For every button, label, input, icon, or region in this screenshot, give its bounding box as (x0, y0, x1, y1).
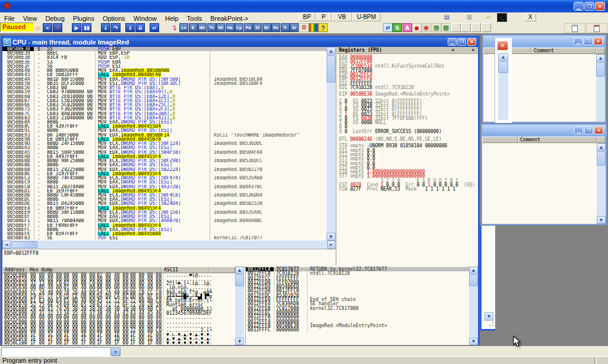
register-line[interactable]: FCW 027F Prec NEAR,53 Mask 1 1 1 1 1 1 (339, 187, 478, 191)
cpu-window-titlebar[interactable]: C CPU - main thread, module ImageRed ▁ ❐… (2, 37, 478, 47)
pane-button-th[interactable]: Th (207, 23, 216, 32)
help-icon[interactable]: ? (318, 23, 328, 32)
pane-button-st[interactable]: St (253, 23, 262, 32)
disasm-row[interactable]: 0050BECB.8B15 20374A00MOV EDX,DWORD PTR … (2, 185, 327, 189)
pane-button-sr[interactable]: Sr (290, 23, 299, 32)
close-button[interactable]: ✕ (595, 2, 605, 11)
comment-window-bottom-titlebar[interactable]: ▁ ❐ ✕ (482, 125, 606, 137)
breakpoint-dot-icon[interactable]: ● (412, 23, 422, 32)
minimize-button[interactable]: ▁ (448, 38, 457, 46)
restart-icon[interactable]: « (43, 23, 52, 32)
blank-button-2[interactable] (461, 23, 471, 32)
disasm-vertical-scrollbar[interactable]: ▲ ▼ (327, 47, 335, 240)
tiles-icon[interactable]: ▩ (441, 23, 451, 32)
disasm-row[interactable]: 0050BE91.8B06MOV EAX,DWORD PTR DS:[ESI] (2, 128, 327, 132)
assemble-icon[interactable]: A (403, 23, 412, 32)
trace-over-icon[interactable]: ⇊ (135, 23, 145, 32)
disasm-row[interactable]: 0050BE6E.C683 5C020000 00MOV BYTE PTR DS… (2, 103, 327, 107)
scroll-down-button[interactable]: ▼ (235, 338, 244, 345)
disasm-row[interactable]: 0050BE3F.56PUSH ESI (2, 64, 327, 68)
disasm-row[interactable]: 0050BEDC.8B06MOV EAX,DWORD PTR DS:[ESI] (2, 197, 327, 201)
command-input[interactable] (2, 349, 112, 356)
scroll-up-button[interactable]: ▲ (327, 47, 335, 55)
disasm-row[interactable]: 0050BEC3.8B0D 74F45000MOV ECX,DWORD PTR … (2, 176, 327, 180)
disasm-row[interactable]: 0050BE4A.8B1D 88F55000MOV EBX,DWORD PTR … (2, 77, 327, 81)
disasm-row[interactable]: 0050BEB6.8B06MOV EAX,DWORD PTR DS:[ESI] (2, 163, 327, 167)
marks-button[interactable] (586, 23, 607, 33)
plugin-button-bp[interactable]: BP (299, 12, 315, 21)
pane-button-re[interactable]: Re (271, 23, 280, 32)
appearance-icon[interactable] (309, 23, 318, 32)
disasm-row[interactable]: 0050BEF1.8B15 70A84A00MOV EDX,DWORD PTR … (2, 219, 327, 223)
chevron-down-icon[interactable]: ▼ (110, 348, 120, 356)
pane-button-ha[interactable]: Ha (226, 23, 235, 32)
open-icon[interactable]: ▱ (33, 23, 43, 32)
close-icon[interactable]: ✕ (497, 41, 508, 50)
dump-vertical-scrollbar[interactable]: ▲ ▼ (235, 267, 244, 345)
disasm-row[interactable]: 0050BE7C.C683 8A030000 00MOV BYTE PTR DS… (2, 112, 327, 116)
disasm-row[interactable]: 0050BE3B.83C4 F0ADD ESP,-10 (2, 55, 327, 59)
disasm-row[interactable]: 0050BEE9.8B0D 58F15000MOV ECX,DWORD PTR … (2, 210, 327, 214)
scroll-up-button[interactable]: ▲ (498, 53, 508, 61)
scroll-up-button[interactable]: ▲ (596, 54, 605, 62)
scrollbar[interactable]: ▲ (498, 53, 508, 120)
disasm-row[interactable]: 0050BE67.C683 C5010000 00MOV BYTE PTR DS… (2, 99, 327, 103)
register-line[interactable]: T 0 GS 0000 NULL (339, 121, 478, 125)
run-trace-icon[interactable]: ⇅ (392, 23, 402, 32)
disasm-row[interactable]: 0050BEE4.E8 0B97F8FFCALL ImageRed.004955… (2, 206, 327, 210)
pane-button-pa[interactable]: Pa (244, 23, 253, 32)
scroll-down-button[interactable]: ▼ (597, 216, 606, 224)
scrollbar[interactable]: ▲ ▼ (597, 143, 606, 224)
patches-icon[interactable]: ▦ (432, 23, 441, 32)
trace-into-icon[interactable]: ⇓ (125, 23, 135, 32)
close-icon[interactable]: ✕ (467, 38, 476, 46)
pane-button-e[interactable]: E (189, 23, 198, 32)
disasm-row[interactable]: 0050BE59.C683 97000000 00MOV BYTE PTR DS… (2, 90, 327, 94)
document-blue-icon[interactable]: ▤ (442, 13, 451, 21)
play-icon[interactable]: ▶ (72, 23, 81, 32)
disasm-row[interactable]: 0050BE40.B8 B0BA5000MOV EAX,ImageRed.005… (2, 68, 327, 72)
disasm-row[interactable]: 0050BEA3.8B06MOV EAX,DWORD PTR DS:[ESI] (2, 145, 327, 150)
console-icon[interactable]: ›_ (497, 13, 507, 22)
disasm-row[interactable]: 0050BE45.E8 56B1EFFFCALL ImageRed.00406F… (2, 72, 327, 77)
disasm-row[interactable]: 0050BF03.5EPOP ESIkernel32.7C817077 (2, 236, 327, 240)
scroll-thumb[interactable] (597, 151, 606, 166)
disasm-row[interactable]: 0050BEF7.E8 F896F8FFCALL ImageRed.004955… (2, 223, 327, 227)
disasm-row[interactable]: 0050BED1.E8 1E97F8FFCALL ImageRed.004955… (2, 189, 327, 193)
disasm-row[interactable]: 0050BE9D.8B0D 24F15000MOV ECX,DWORD PTR … (2, 141, 327, 145)
pane-button-cp[interactable]: Cp (235, 23, 243, 32)
close-icon[interactable]: ✕ (594, 37, 603, 45)
maximize-button[interactable]: ❐ (457, 38, 466, 46)
notes-button[interactable] (564, 23, 585, 33)
scroll-left-button[interactable]: ◄ (2, 240, 11, 249)
disasm-row[interactable]: 0050BE8C.E8 4397F8FFCALL ImageRed.004955… (2, 124, 327, 128)
scroll-up-button[interactable]: ▲ (597, 143, 606, 151)
plugin-button-vb[interactable]: VB (332, 12, 352, 21)
disasm-row[interactable]: 0050BEEF.8B06MOV EAX,DWORD PTR DS:[ESI] (2, 214, 327, 219)
maximize-button[interactable]: ❐ (584, 2, 594, 11)
execute-till-return-icon[interactable]: ↵ (150, 23, 159, 32)
disasm-row[interactable]: 0050BEC9.8B06MOV EAX,DWORD PTR DS:[ESI] (2, 180, 327, 184)
disasm-row[interactable]: 0050BE39.8BECMOV EBP,ESP (2, 51, 327, 55)
command-combobox[interactable]: ▼ (1, 347, 121, 356)
disasm-row[interactable]: 0050BE75.C683 F3020000 00MOV BYTE PTR DS… (2, 107, 327, 111)
maximize-button[interactable]: ❐ (584, 126, 593, 134)
disasm-row[interactable]: 0050BE83.C683 21040000 00MOV BYTE PTR DS… (2, 116, 327, 120)
step-over-icon[interactable]: ↷ (111, 23, 121, 32)
disasm-row[interactable]: 0050BE98.E8 DB91F8FFCALL ImageRed.004950… (2, 137, 327, 141)
disasm-row[interactable]: 0050BEFE.E8 8597F8FFCALL ImageRed.004956… (2, 232, 327, 236)
step-into-icon[interactable]: ↓ (101, 23, 110, 32)
disasm-row[interactable]: 0050BE38$55PUSH EBP (2, 47, 327, 51)
minimize-button[interactable]: ▁ (574, 37, 582, 45)
scroll-thumb[interactable] (11, 241, 37, 248)
scroll-down-button[interactable]: ▼ (469, 338, 478, 345)
pane-button-br[interactable]: Br (262, 23, 271, 32)
trace-log-icon[interactable]: ◉ (422, 23, 431, 32)
dump-row[interactable]: 0050C1001F 00 1F 001F 00 1F 001F 00 1F 0… (2, 341, 235, 345)
pane-button-me[interactable]: Me (198, 23, 207, 32)
blank-button-3[interactable] (471, 23, 481, 32)
disasm-row[interactable]: 0050BE8A.8B06MOV EAX,DWORD PTR DS:[ESI] (2, 120, 327, 124)
close-program-icon[interactable]: ✕ (53, 23, 62, 32)
disasm-row[interactable]: 0050BEB0.8B0D 98F25000MOV ECX,DWORD PTR … (2, 159, 327, 163)
register-line[interactable]: EFL 00000246 (NO,NB,E,BE,NS,PE,GE,LE) (339, 137, 478, 141)
